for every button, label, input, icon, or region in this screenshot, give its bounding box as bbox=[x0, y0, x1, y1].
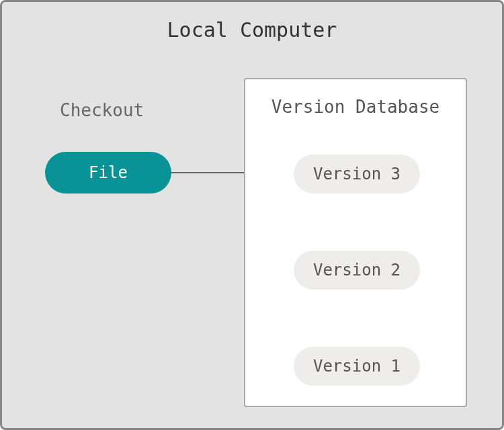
version-label: Version 3 bbox=[313, 165, 401, 183]
version-database-box: Version Database Version 3 Version 2 Ver… bbox=[244, 78, 467, 407]
file-label: File bbox=[89, 163, 128, 182]
version-label: Version 2 bbox=[313, 261, 401, 280]
checkout-label: Checkout bbox=[60, 100, 144, 120]
version-node-2: Version 2 bbox=[294, 251, 420, 290]
version-node-3: Version 3 bbox=[294, 155, 420, 194]
version-node-1: Version 1 bbox=[294, 347, 420, 386]
version-label: Version 1 bbox=[313, 357, 401, 376]
file-node: File bbox=[45, 152, 171, 194]
diagram-title: Local Computer bbox=[2, 18, 502, 42]
diagram-canvas: Local Computer Checkout File Version Dat… bbox=[0, 0, 504, 430]
version-database-title: Version Database bbox=[245, 97, 466, 117]
